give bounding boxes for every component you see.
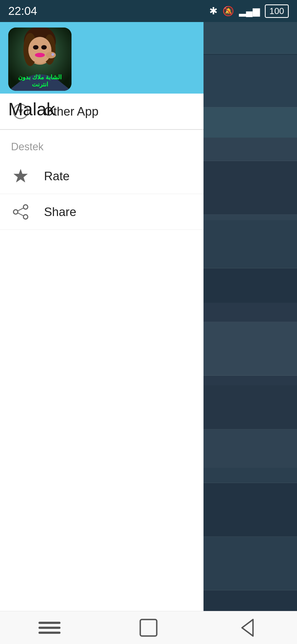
right-panel-lines [204, 0, 297, 644]
svg-point-9 [35, 53, 45, 57]
svg-point-7 [33, 45, 38, 50]
svg-point-8 [41, 45, 47, 50]
app-title: Malak [8, 99, 195, 119]
panel-segment [204, 268, 297, 322]
share-label: Share [44, 205, 76, 219]
svg-rect-23 [140, 620, 157, 636]
panel-segment [204, 322, 297, 376]
signal-icon: ▂▄▆ [239, 6, 260, 17]
svg-line-19 [18, 213, 23, 216]
bluetooth-icon: ✱ [209, 5, 218, 17]
hamburger-icon [38, 620, 61, 636]
panel-segment [204, 537, 297, 590]
app-icon-arabic-text: الشابة ملاك بدون انترنت [8, 74, 72, 88]
home-nav-button[interactable] [135, 617, 162, 639]
svg-point-11 [51, 53, 54, 56]
svg-line-18 [18, 208, 23, 211]
svg-marker-24 [242, 620, 253, 636]
star-icon [11, 167, 30, 186]
status-icons: ✱ 🔕 ▂▄▆ 100 [209, 4, 289, 18]
svg-rect-22 [38, 632, 61, 634]
panel-segment [204, 215, 297, 268]
app-info: الشابة ملاك بدون انترنت Malak [0, 22, 204, 128]
destek-section-header: Destek [0, 130, 204, 158]
drawer-menu: Other App Destek Rate [0, 94, 204, 644]
home-square-icon [139, 618, 158, 637]
panel-segment [204, 161, 297, 215]
svg-rect-21 [38, 627, 61, 629]
battery-icon: 100 [265, 4, 289, 18]
star-svg [12, 168, 29, 184]
back-nav-button[interactable] [234, 617, 261, 639]
svg-rect-20 [38, 622, 61, 624]
share-svg [12, 204, 29, 220]
panel-segment [204, 54, 297, 107]
navigation-bar [0, 611, 297, 644]
menu-nav-button[interactable] [36, 617, 63, 639]
app-icon: الشابة ملاك بدون انترنت [8, 28, 72, 91]
svg-point-17 [13, 210, 18, 214]
share-menu-item[interactable]: Share [0, 194, 204, 230]
navigation-drawer: الشابة ملاك بدون انترنت Malak Other App … [0, 0, 204, 644]
panel-segment [204, 429, 297, 483]
status-bar: 22:04 ✱ 🔕 ▂▄▆ 100 [0, 0, 297, 22]
right-overlay [204, 0, 297, 644]
share-icon [11, 202, 30, 222]
status-time: 22:04 [8, 4, 37, 18]
back-arrow-icon [239, 618, 256, 637]
panel-segment [204, 107, 297, 161]
svg-point-16 [23, 215, 28, 219]
svg-point-6 [28, 37, 51, 63]
rate-menu-item[interactable]: Rate [0, 158, 204, 194]
panel-segment [204, 483, 297, 537]
panel-segment [204, 376, 297, 429]
svg-point-10 [46, 52, 56, 58]
mute-icon: 🔕 [222, 6, 234, 17]
rate-label: Rate [44, 169, 70, 183]
svg-marker-14 [14, 169, 28, 182]
svg-point-15 [23, 205, 28, 209]
